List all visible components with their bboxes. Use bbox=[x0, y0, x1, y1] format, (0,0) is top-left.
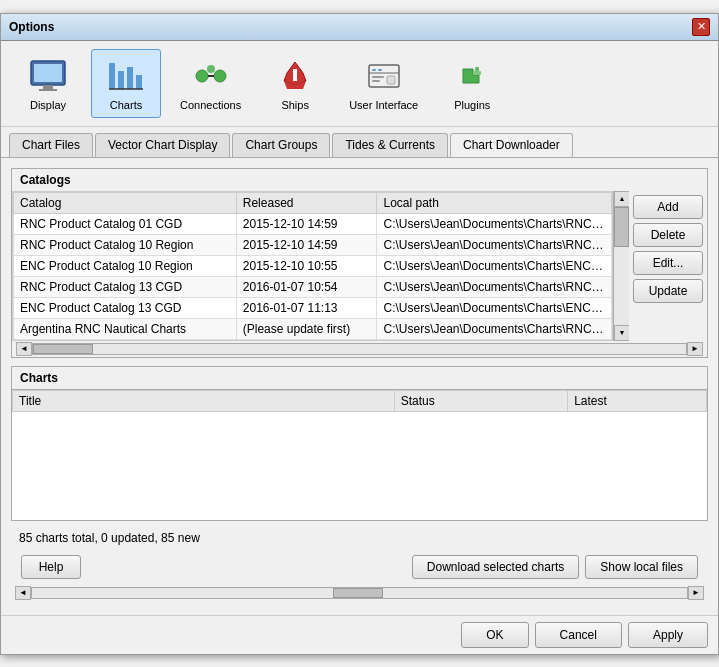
svg-rect-24 bbox=[475, 67, 479, 71]
cell-released: 2015-12-10 10:55 bbox=[236, 255, 377, 276]
cell-catalog: RNC Product Catalog 01 CGD bbox=[14, 213, 237, 234]
table-row[interactable]: RNC Product Catalog 13 CGD2016-01-07 10:… bbox=[14, 276, 612, 297]
plugins-icon bbox=[452, 56, 492, 96]
svg-point-10 bbox=[214, 70, 226, 82]
scroll-down-button[interactable]: ▼ bbox=[614, 325, 630, 341]
svg-rect-5 bbox=[118, 71, 124, 89]
cell-released: 2015-12-10 14:59 bbox=[236, 213, 377, 234]
tab-chart-groups[interactable]: Chart Groups bbox=[232, 133, 330, 157]
cell-catalog: ENC Product Catalog 13 CGD bbox=[14, 297, 237, 318]
svg-rect-15 bbox=[293, 69, 297, 81]
svg-rect-4 bbox=[109, 63, 115, 89]
help-button[interactable]: Help bbox=[21, 555, 81, 579]
catalogs-table: Catalog Released Local path RNC Product … bbox=[13, 192, 612, 340]
cell-catalog: Argentina RNC Nautical Charts bbox=[14, 318, 237, 339]
toolbar-ships-label: Ships bbox=[281, 99, 309, 111]
ok-button[interactable]: OK bbox=[461, 622, 528, 648]
toolbar-ui-label: User Interface bbox=[349, 99, 418, 111]
svg-rect-23 bbox=[473, 71, 481, 75]
svg-rect-21 bbox=[372, 80, 380, 82]
toolbar-item-charts[interactable]: Charts bbox=[91, 49, 161, 118]
tab-chart-downloader[interactable]: Chart Downloader bbox=[450, 133, 573, 157]
main-content: Catalogs Catalog Released Local path bbox=[1, 158, 718, 615]
svg-rect-7 bbox=[136, 75, 142, 89]
table-row[interactable]: ENC Product Catalog 10 Region2015-12-10 … bbox=[14, 255, 612, 276]
ships-icon bbox=[275, 56, 315, 96]
svg-rect-2 bbox=[43, 85, 53, 89]
toolbar-item-display[interactable]: Display bbox=[13, 49, 83, 118]
main-hscroll-thumb[interactable] bbox=[333, 588, 383, 598]
catalog-action-buttons: Add Delete Edit... Update bbox=[629, 191, 707, 341]
tabs-row: Chart Files Vector Chart Display Chart G… bbox=[1, 127, 718, 158]
title-bar: Options ✕ bbox=[1, 14, 718, 41]
display-icon bbox=[28, 56, 68, 96]
tab-vector-chart-display[interactable]: Vector Chart Display bbox=[95, 133, 230, 157]
cell-released: (Please update first) bbox=[236, 318, 377, 339]
charts-icon bbox=[106, 56, 146, 96]
download-button[interactable]: Download selected charts bbox=[412, 555, 579, 579]
svg-rect-19 bbox=[378, 69, 382, 71]
toolbar-item-ships[interactable]: Ships bbox=[260, 49, 330, 118]
add-button[interactable]: Add bbox=[633, 195, 703, 219]
main-hscroll-left[interactable]: ◄ bbox=[15, 586, 31, 600]
chart-col-latest: Latest bbox=[568, 390, 707, 411]
hscroll-left-button[interactable]: ◄ bbox=[16, 342, 32, 356]
table-row[interactable]: ENC Product Catalog 13 CGD2016-01-07 11:… bbox=[14, 297, 612, 318]
status-text: 85 charts total, 0 updated, 85 new bbox=[19, 531, 200, 545]
cell-catalog: RNC Product Catalog 13 CGD bbox=[14, 276, 237, 297]
col-catalog: Catalog bbox=[14, 192, 237, 213]
col-released: Released bbox=[236, 192, 377, 213]
cancel-button[interactable]: Cancel bbox=[535, 622, 622, 648]
connections-icon bbox=[191, 56, 231, 96]
window-title: Options bbox=[9, 20, 54, 34]
user-interface-icon bbox=[364, 56, 404, 96]
table-row[interactable]: RNC Product Catalog 01 CGD2015-12-10 14:… bbox=[14, 213, 612, 234]
tab-tides-currents[interactable]: Tides & Currents bbox=[332, 133, 448, 157]
table-row[interactable]: RNC Product Catalog 10 Region2015-12-10 … bbox=[14, 234, 612, 255]
charts-table-area[interactable]: Title Status Latest bbox=[12, 390, 707, 520]
svg-rect-22 bbox=[387, 76, 395, 84]
main-hscroll: ◄ ► bbox=[11, 585, 708, 601]
scroll-up-button[interactable]: ▲ bbox=[614, 191, 630, 207]
tab-chart-files[interactable]: Chart Files bbox=[9, 133, 93, 157]
cell-catalog: RNC Product Catalog 10 Region bbox=[14, 234, 237, 255]
svg-point-9 bbox=[196, 70, 208, 82]
close-button[interactable]: ✕ bbox=[692, 18, 710, 36]
cell-local_path: C:\Users\Jean\Documents\Charts\ENC\US... bbox=[377, 255, 612, 276]
cell-local_path: C:\Users\Jean\Documents\Charts\RNC\US... bbox=[377, 213, 612, 234]
main-hscroll-right[interactable]: ► bbox=[688, 586, 704, 600]
update-button[interactable]: Update bbox=[633, 279, 703, 303]
svg-rect-6 bbox=[127, 67, 133, 89]
cell-released: 2015-12-10 14:59 bbox=[236, 234, 377, 255]
toolbar-item-user-interface[interactable]: User Interface bbox=[338, 49, 429, 118]
toolbar-display-label: Display bbox=[30, 99, 66, 111]
main-hscroll-track bbox=[31, 587, 688, 599]
svg-rect-3 bbox=[39, 89, 57, 91]
cell-catalog: ENC Product Catalog 10 Region bbox=[14, 255, 237, 276]
toolbar-connections-label: Connections bbox=[180, 99, 241, 111]
bottom-buttons: Help Download selected charts Show local… bbox=[11, 549, 708, 585]
catalogs-label: Catalogs bbox=[12, 169, 707, 191]
apply-button[interactable]: Apply bbox=[628, 622, 708, 648]
cell-released: 2016-01-07 11:13 bbox=[236, 297, 377, 318]
svg-rect-20 bbox=[372, 76, 384, 78]
show-local-files-button[interactable]: Show local files bbox=[585, 555, 698, 579]
catalogs-section: Catalogs Catalog Released Local path bbox=[11, 168, 708, 358]
toolbar-item-connections[interactable]: Connections bbox=[169, 49, 252, 118]
charts-label: Charts bbox=[12, 367, 707, 390]
toolbar-plugins-label: Plugins bbox=[454, 99, 490, 111]
edit-button[interactable]: Edit... bbox=[633, 251, 703, 275]
delete-button[interactable]: Delete bbox=[633, 223, 703, 247]
table-row[interactable]: Argentina RNC Nautical Charts(Please upd… bbox=[14, 318, 612, 339]
hscroll-thumb[interactable] bbox=[33, 344, 93, 354]
toolbar-item-plugins[interactable]: Plugins bbox=[437, 49, 507, 118]
cell-released: 2016-01-07 10:54 bbox=[236, 276, 377, 297]
hscroll-right-button[interactable]: ► bbox=[687, 342, 703, 356]
catalog-scrollbar: ▲ ▼ bbox=[613, 191, 629, 341]
catalogs-table-container: Catalog Released Local path RNC Product … bbox=[12, 191, 613, 341]
cell-local_path: C:\Users\Jean\Documents\Charts\RNC\AR... bbox=[377, 318, 612, 339]
dialog-buttons: OK Cancel Apply bbox=[1, 615, 718, 654]
scroll-thumb[interactable] bbox=[614, 207, 629, 247]
scroll-track bbox=[614, 207, 629, 325]
chart-col-status: Status bbox=[394, 390, 568, 411]
